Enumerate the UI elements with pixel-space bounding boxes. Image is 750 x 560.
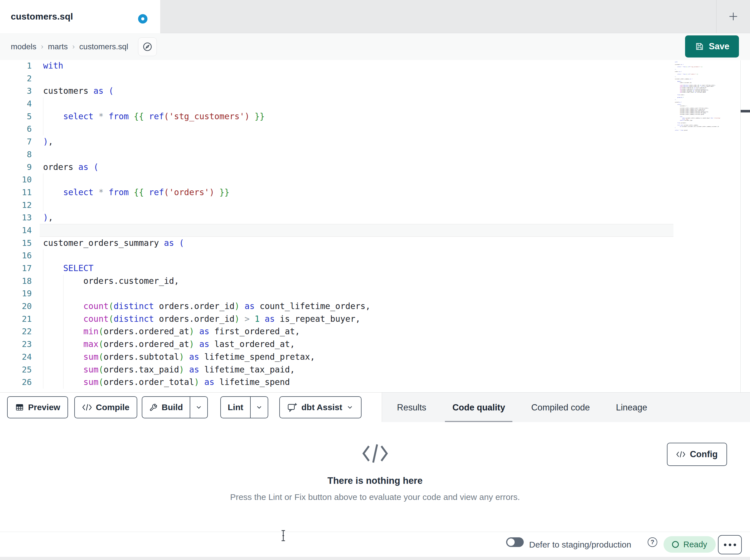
build-button-label: Build [162,402,183,412]
table-icon [15,403,24,412]
line-number: 3 [0,85,32,98]
ellipsis-icon [724,544,727,546]
code-line-11[interactable]: 11 select * from {{ ref('orders') }} [0,186,750,199]
code-empty-icon [361,442,389,464]
lint-button[interactable]: Lint [221,397,250,418]
code-line-16[interactable]: 16 [0,249,750,262]
code-line-15[interactable]: 15customer_orders_summary as ( [0,237,750,250]
panel-tab-label: Results [397,402,426,413]
code-line-14[interactable]: 14 [0,224,750,237]
code-icon [82,403,92,412]
code-line-25[interactable]: 25 sum(orders.tax_paid) as lifetime_tax_… [0,364,750,376]
lineage-compass-button[interactable] [138,37,157,56]
tab-customers-sql[interactable]: customers.sql [0,0,160,33]
assist-chat-icon [287,402,297,412]
code-line-21[interactable]: 21 count(distinct orders.order_id) > 1 a… [0,313,750,326]
line-content: max(orders.ordered_at) as last_ordered_a… [43,338,295,351]
compile-button-label: Compile [96,402,129,412]
code-line-5[interactable]: 5 select * from {{ ref('stg_customers') … [0,110,750,123]
breadcrumb: models › marts › customers.sql [11,33,128,60]
lint-button-label: Lint [228,402,243,412]
code-line-1[interactable]: 1with [0,60,750,72]
code-line-8[interactable]: 8 [0,148,750,161]
code-line-4[interactable]: 4 [0,98,750,110]
code-line-2[interactable]: 2 [0,72,750,85]
line-content: select * from {{ ref('orders') }} [43,186,230,199]
empty-state-title: There is nothing here [0,475,750,486]
line-number: 1 [0,60,32,72]
code-line-13[interactable]: 13), [0,211,750,224]
save-icon [695,42,704,51]
line-number: 8 [0,148,32,161]
line-content: SELECT [43,262,94,275]
lint-split-button: Lint [220,396,268,418]
panel-tab-label: Compiled code [531,402,590,413]
line-number: 17 [0,262,32,275]
code-editor[interactable]: 1with23customers as (45 select * from {{… [0,60,750,392]
breadcrumb-item-customers-sql[interactable]: customers.sql [79,42,129,51]
line-number: 14 [0,224,32,237]
code-line-26[interactable]: 26 sum(orders.order_total) as lifetime_s… [0,376,750,389]
config-button[interactable]: Config [667,443,727,466]
line-number: 20 [0,300,32,313]
preview-button[interactable]: Preview [7,396,68,418]
panel-tab-code-quality[interactable]: Code quality [452,393,505,422]
line-number: 12 [0,199,32,212]
minimap-line: sum(orders.order_total) as lifetime_spen… [675,92,697,93]
more-options-button[interactable] [718,535,742,554]
minimap[interactable]: withcustomers as ( select * from {{ ref(… [675,61,742,277]
line-number: 24 [0,351,32,364]
empty-state-subtitle: Press the Lint or Fix button above to ev… [0,492,750,502]
line-number: 10 [0,173,32,186]
code-line-6[interactable]: 6 [0,123,750,136]
lint-dropdown-button[interactable] [251,397,268,418]
toggle-knob [507,538,515,546]
text-cursor-pointer [281,530,286,541]
code-line-9[interactable]: 9orders as ( [0,161,750,174]
line-content: ), [43,136,53,148]
line-number: 7 [0,136,32,148]
build-button[interactable]: Build [142,397,190,418]
breadcrumb-item-models[interactable]: models [11,42,36,51]
code-line-24[interactable]: 24 sum(orders.subtotal) as lifetime_spen… [0,351,750,364]
save-button[interactable]: Save [685,36,739,58]
code-line-10[interactable]: 10 [0,173,750,186]
help-icon[interactable]: ? [648,537,657,547]
ready-badge[interactable]: Ready [664,536,716,553]
line-content: with [43,60,63,72]
line-number: 19 [0,287,32,300]
line-content: min(orders.ordered_at) as first_ordered_… [43,325,300,338]
new-tab-button[interactable] [725,8,742,25]
compile-button[interactable]: Compile [74,396,137,418]
code-line-19[interactable]: 19 [0,287,750,300]
panel-tab-compiled-code[interactable]: Compiled code [531,393,590,422]
code-line-23[interactable]: 23 max(orders.ordered_at) as last_ordere… [0,338,750,351]
config-button-label: Config [690,449,718,459]
code-line-3[interactable]: 3customers as ( [0,85,750,98]
code-line-22[interactable]: 22 min(orders.ordered_at) as first_order… [0,325,750,338]
indent-guide [43,199,43,212]
line-number: 4 [0,98,32,110]
chevron-down-icon [195,403,202,411]
line-number: 26 [0,376,32,389]
code-line-20[interactable]: 20 count(distinct orders.order_id) as co… [0,300,750,313]
line-content: orders.customer_id, [43,275,179,288]
code-line-17[interactable]: 17 SELECT [0,262,750,275]
panel-tabs: ResultsCode qualityCompiled codeLineage [397,393,647,422]
minimap-line: select * from {{ ref('orders') }} [675,74,697,75]
dbt-assist-button-label: dbt Assist [301,402,342,412]
dbt-assist-button[interactable]: dbt Assist [279,396,361,418]
indent-guide [43,173,43,186]
code-line-12[interactable]: 12 [0,199,750,212]
panel-tab-lineage[interactable]: Lineage [616,393,647,422]
breadcrumb-item-marts[interactable]: marts [48,42,68,51]
build-dropdown-button[interactable] [190,397,207,418]
scrollbar-thumb[interactable] [741,110,750,112]
line-number: 13 [0,211,32,224]
code-line-7[interactable]: 7), [0,136,750,148]
defer-toggle[interactable] [506,537,524,547]
code-line-18[interactable]: 18 orders.customer_id, [0,275,750,288]
build-split-button: Build [142,396,208,418]
panel-tab-results[interactable]: Results [397,393,426,422]
wrench-icon [149,403,158,412]
